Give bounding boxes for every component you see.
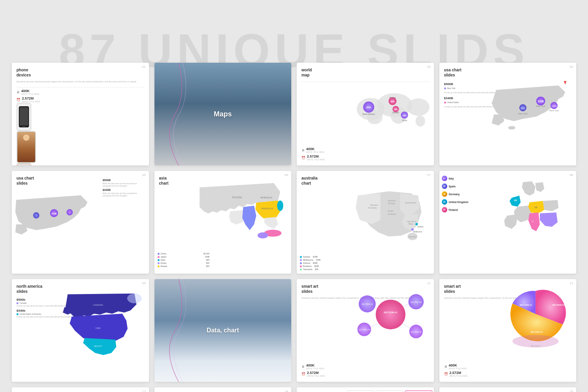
svg-text:Territory: Territory	[388, 203, 395, 205]
svg-text:SECTION #3: SECTION #3	[552, 304, 564, 306]
svg-text:Melbourne: Melbourne	[413, 231, 422, 233]
pie-chart: SECTION #3 SECTION #1 SECTION #2 SECTION…	[498, 282, 573, 354]
svg-text:South: South	[388, 210, 393, 212]
slide-asia-chart[interactable]: 06 asiachart	[154, 171, 292, 274]
north-america-map-graphic: CANADA USA MEXICO	[60, 283, 149, 370]
svg-text:Australia: Australia	[388, 213, 396, 215]
svg-text:CANADA: CANADA	[93, 303, 104, 306]
svg-text:New York: New York	[518, 113, 528, 115]
bubble-diagram: SECTION #1 SECTION #2 SECTION #3 SECTION…	[348, 281, 433, 352]
svg-text:MONGOLIA: MONGOLIA	[261, 207, 273, 210]
svg-text:Australia: Australia	[368, 207, 377, 209]
svg-text:Europe: Europe	[392, 111, 399, 114]
usa-map-2: 310B	[12, 179, 101, 261]
svg-text:North America: North America	[362, 113, 375, 115]
europe-legend: 61 Italy 50 Spain 48 Germany 05 United K…	[442, 176, 468, 212]
slide-phone-devices[interactable]: 01 phonedevices Quarterly services reach…	[12, 63, 149, 165]
stat-row: 🖥 400KWRITE TITLE HERE ⏰ 2.572MWRITE TIT…	[301, 363, 429, 377]
svg-point-34	[33, 212, 40, 219]
australia-map-graphic: Western Australia Northern Territory Sou…	[352, 175, 434, 257]
svg-text:SECTION #1: SECTION #1	[519, 304, 532, 306]
svg-text:New York: New York	[536, 105, 545, 107]
slide-number: 13	[142, 390, 146, 392]
svg-text:SECTION #2: SECTION #2	[530, 331, 543, 333]
svg-text:Russia: Russia	[389, 96, 396, 99]
slide-usa-chart-2[interactable]: 05 usa chartslides 310B	[12, 171, 149, 274]
svg-text:China: China	[402, 119, 407, 122]
svg-line-76	[370, 323, 379, 327]
asia-map-graphic: RUSSIA MONGOLIA MONGOLIA	[195, 171, 291, 274]
slide-maps[interactable]: Maps	[154, 63, 292, 165]
stat-row: 🖥 400K WRITE TITLE HERE ⏰ 2.572M WRITE T…	[301, 147, 429, 161]
svg-point-8	[416, 116, 425, 127]
svg-point-7	[407, 98, 430, 116]
svg-text:90%: 90%	[366, 106, 371, 109]
slide-clustered-bar[interactable]: 16 clusteredchartstyle Quarterly service…	[439, 387, 577, 392]
svg-text:310B: 310B	[552, 105, 557, 107]
svg-text:SECTION #1: SECTION #1	[384, 311, 397, 314]
svg-text:310B: 310B	[51, 212, 57, 215]
svg-point-2	[23, 127, 25, 128]
svg-rect-1	[20, 107, 28, 125]
svg-text:SECTION #5: SECTION #5	[410, 331, 422, 333]
svg-line-77	[402, 323, 410, 328]
svg-text:Wales: Wales	[408, 223, 414, 225]
svg-point-53	[415, 223, 417, 225]
svg-text:DE: DE	[534, 206, 537, 209]
slide-smart-art-sections[interactable]: 15 smart artslides Quarterly services re…	[297, 387, 434, 392]
svg-text:SECTION #2: SECTION #2	[530, 345, 541, 347]
slide-smart-art-bubbles[interactable]: 11 smart artslides Quarterly services re…	[297, 279, 434, 382]
slide-number: 05	[142, 173, 146, 177]
slide-australia-chart[interactable]: 07 australiachart Western Australia Nort…	[297, 171, 434, 274]
svg-point-64	[376, 300, 405, 330]
australia-legend: Sydney$29B Melbourne240B Victoria$54B Br…	[300, 256, 321, 271]
datachart-title: Data, chart	[207, 327, 239, 334]
svg-text:Sydney: Sydney	[417, 226, 424, 228]
svg-text:SECTION #2: SECTION #2	[361, 304, 373, 306]
svg-text:RUSSIA: RUSSIA	[232, 196, 242, 199]
slide-europe-chart[interactable]: 08	[439, 171, 577, 274]
svg-text:USA: USA	[96, 327, 101, 329]
svg-text:MEXICO: MEXICO	[94, 345, 102, 347]
svg-line-75	[402, 304, 408, 307]
sections-grid: SAMPLE TITLEHERE SAMPLE TITLEHERE SECTIO…	[347, 390, 432, 392]
svg-text:IT: IT	[532, 220, 534, 223]
slide-usa-chart-1[interactable]: 04 usa chartslides $500B New York A wrap…	[439, 63, 577, 165]
svg-point-55	[411, 228, 414, 230]
stat-row: 🖥 400KWRITE TITLE HERE ⏰ 2.572MWRITE TIT…	[444, 363, 572, 377]
svg-text:310B: 310B	[537, 100, 544, 103]
slide-smart-art-venn[interactable]: 14 smart artslides Quarterly services re…	[154, 387, 292, 392]
slide-number: 16	[570, 390, 573, 392]
europe-map-graphic: UK DE IT	[487, 171, 576, 274]
stats-panel: $500B Write the data here and the exampl…	[103, 179, 147, 197]
svg-text:New York: New York	[549, 109, 559, 112]
svg-text:Western: Western	[370, 204, 378, 206]
slide-world-map[interactable]: 03 worldmap 🖥 400K WRITE TITLE HERE ⏰ 2.…	[297, 63, 434, 165]
svg-text:Queensland: Queensland	[405, 202, 416, 204]
slide-smart-art-arrows[interactable]: 13 smart artslides SECTION #1 SECTION #2…	[12, 387, 149, 392]
asia-legend: China$2,500 Japan240B India$25 Korea$34 …	[158, 252, 210, 268]
slide-data-chart[interactable]: Data, chart	[154, 279, 292, 382]
svg-text:Northern: Northern	[388, 200, 396, 202]
svg-marker-31	[564, 81, 566, 85]
svg-point-38	[277, 201, 283, 211]
svg-text:UK: UK	[514, 199, 517, 201]
svg-text:Tasmania: Tasmania	[408, 236, 417, 238]
svg-point-35	[67, 209, 73, 216]
svg-text:$US: $US	[521, 107, 525, 109]
svg-text:SECTION #4: SECTION #4	[359, 329, 370, 331]
slide-north-america[interactable]: 09 north americaslides $500b Canada A wr…	[12, 279, 149, 382]
slide-number: 03	[427, 65, 431, 69]
phones-display	[16, 103, 144, 165]
slide-description: Quarterly services reached popular targe…	[16, 80, 144, 83]
slide-smart-art-pie[interactable]: 12 smart artslides Quarterly services re…	[439, 279, 577, 382]
svg-text:75%: 75%	[394, 108, 398, 111]
svg-text:New South: New South	[407, 221, 416, 223]
svg-point-37	[258, 232, 268, 239]
world-map-graphic: 90% North America 38% Russia 75% 73% Chi…	[353, 71, 432, 148]
svg-text:73%: 73%	[402, 114, 407, 117]
slide-number: 01	[142, 65, 146, 69]
slide-title: phonedevices	[16, 67, 87, 78]
maps-title: Maps	[214, 110, 232, 118]
svg-text:MONGOLIA: MONGOLIA	[261, 196, 272, 199]
